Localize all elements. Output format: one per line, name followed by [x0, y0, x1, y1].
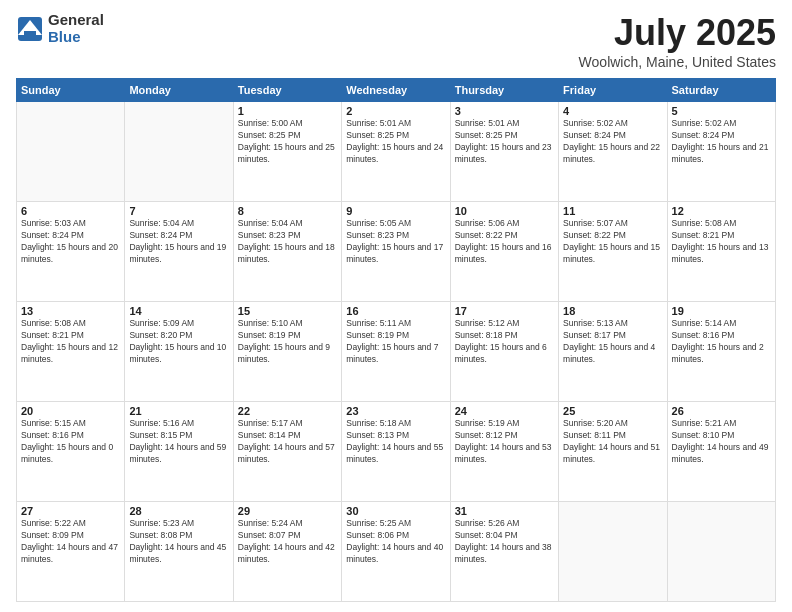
- day-cell: 9Sunrise: 5:05 AM Sunset: 8:23 PM Daylig…: [342, 202, 450, 302]
- week-row-4: 27Sunrise: 5:22 AM Sunset: 8:09 PM Dayli…: [17, 502, 776, 602]
- day-cell: 6Sunrise: 5:03 AM Sunset: 8:24 PM Daylig…: [17, 202, 125, 302]
- day-cell: 26Sunrise: 5:21 AM Sunset: 8:10 PM Dayli…: [667, 402, 775, 502]
- header-cell-wednesday: Wednesday: [342, 79, 450, 102]
- day-info: Sunrise: 5:08 AM Sunset: 8:21 PM Dayligh…: [672, 218, 771, 266]
- day-cell: 4Sunrise: 5:02 AM Sunset: 8:24 PM Daylig…: [559, 102, 667, 202]
- day-info: Sunrise: 5:10 AM Sunset: 8:19 PM Dayligh…: [238, 318, 337, 366]
- day-number: 9: [346, 205, 445, 217]
- day-number: 29: [238, 505, 337, 517]
- header: General Blue July 2025 Woolwich, Maine, …: [16, 12, 776, 70]
- day-cell: [559, 502, 667, 602]
- header-cell-sunday: Sunday: [17, 79, 125, 102]
- week-row-3: 20Sunrise: 5:15 AM Sunset: 8:16 PM Dayli…: [17, 402, 776, 502]
- day-number: 26: [672, 405, 771, 417]
- day-cell: 18Sunrise: 5:13 AM Sunset: 8:17 PM Dayli…: [559, 302, 667, 402]
- day-info: Sunrise: 5:22 AM Sunset: 8:09 PM Dayligh…: [21, 518, 120, 566]
- day-info: Sunrise: 5:25 AM Sunset: 8:06 PM Dayligh…: [346, 518, 445, 566]
- day-info: Sunrise: 5:03 AM Sunset: 8:24 PM Dayligh…: [21, 218, 120, 266]
- header-cell-thursday: Thursday: [450, 79, 558, 102]
- day-info: Sunrise: 5:13 AM Sunset: 8:17 PM Dayligh…: [563, 318, 662, 366]
- day-number: 1: [238, 105, 337, 117]
- header-cell-tuesday: Tuesday: [233, 79, 341, 102]
- day-number: 4: [563, 105, 662, 117]
- day-info: Sunrise: 5:01 AM Sunset: 8:25 PM Dayligh…: [346, 118, 445, 166]
- day-cell: [17, 102, 125, 202]
- day-cell: [125, 102, 233, 202]
- title-block: July 2025 Woolwich, Maine, United States: [579, 12, 776, 70]
- day-number: 14: [129, 305, 228, 317]
- week-row-0: 1Sunrise: 5:00 AM Sunset: 8:25 PM Daylig…: [17, 102, 776, 202]
- day-cell: 13Sunrise: 5:08 AM Sunset: 8:21 PM Dayli…: [17, 302, 125, 402]
- day-cell: 5Sunrise: 5:02 AM Sunset: 8:24 PM Daylig…: [667, 102, 775, 202]
- day-info: Sunrise: 5:01 AM Sunset: 8:25 PM Dayligh…: [455, 118, 554, 166]
- day-cell: 17Sunrise: 5:12 AM Sunset: 8:18 PM Dayli…: [450, 302, 558, 402]
- day-info: Sunrise: 5:02 AM Sunset: 8:24 PM Dayligh…: [563, 118, 662, 166]
- day-cell: 15Sunrise: 5:10 AM Sunset: 8:19 PM Dayli…: [233, 302, 341, 402]
- day-number: 20: [21, 405, 120, 417]
- week-row-2: 13Sunrise: 5:08 AM Sunset: 8:21 PM Dayli…: [17, 302, 776, 402]
- day-info: Sunrise: 5:21 AM Sunset: 8:10 PM Dayligh…: [672, 418, 771, 466]
- day-number: 22: [238, 405, 337, 417]
- logo-general: General: [48, 12, 104, 29]
- day-number: 10: [455, 205, 554, 217]
- day-cell: 1Sunrise: 5:00 AM Sunset: 8:25 PM Daylig…: [233, 102, 341, 202]
- day-cell: 20Sunrise: 5:15 AM Sunset: 8:16 PM Dayli…: [17, 402, 125, 502]
- day-cell: 16Sunrise: 5:11 AM Sunset: 8:19 PM Dayli…: [342, 302, 450, 402]
- day-info: Sunrise: 5:23 AM Sunset: 8:08 PM Dayligh…: [129, 518, 228, 566]
- day-cell: 24Sunrise: 5:19 AM Sunset: 8:12 PM Dayli…: [450, 402, 558, 502]
- day-info: Sunrise: 5:04 AM Sunset: 8:24 PM Dayligh…: [129, 218, 228, 266]
- day-cell: 29Sunrise: 5:24 AM Sunset: 8:07 PM Dayli…: [233, 502, 341, 602]
- day-number: 15: [238, 305, 337, 317]
- day-cell: 28Sunrise: 5:23 AM Sunset: 8:08 PM Dayli…: [125, 502, 233, 602]
- day-cell: [667, 502, 775, 602]
- day-cell: 30Sunrise: 5:25 AM Sunset: 8:06 PM Dayli…: [342, 502, 450, 602]
- logo-icon: [16, 15, 44, 43]
- day-info: Sunrise: 5:26 AM Sunset: 8:04 PM Dayligh…: [455, 518, 554, 566]
- day-number: 19: [672, 305, 771, 317]
- day-cell: 23Sunrise: 5:18 AM Sunset: 8:13 PM Dayli…: [342, 402, 450, 502]
- day-number: 6: [21, 205, 120, 217]
- header-cell-saturday: Saturday: [667, 79, 775, 102]
- day-info: Sunrise: 5:12 AM Sunset: 8:18 PM Dayligh…: [455, 318, 554, 366]
- day-cell: 31Sunrise: 5:26 AM Sunset: 8:04 PM Dayli…: [450, 502, 558, 602]
- day-info: Sunrise: 5:00 AM Sunset: 8:25 PM Dayligh…: [238, 118, 337, 166]
- day-number: 5: [672, 105, 771, 117]
- day-cell: 11Sunrise: 5:07 AM Sunset: 8:22 PM Dayli…: [559, 202, 667, 302]
- day-number: 25: [563, 405, 662, 417]
- day-cell: 21Sunrise: 5:16 AM Sunset: 8:15 PM Dayli…: [125, 402, 233, 502]
- day-cell: 22Sunrise: 5:17 AM Sunset: 8:14 PM Dayli…: [233, 402, 341, 502]
- day-cell: 12Sunrise: 5:08 AM Sunset: 8:21 PM Dayli…: [667, 202, 775, 302]
- day-info: Sunrise: 5:04 AM Sunset: 8:23 PM Dayligh…: [238, 218, 337, 266]
- day-info: Sunrise: 5:08 AM Sunset: 8:21 PM Dayligh…: [21, 318, 120, 366]
- page: General Blue July 2025 Woolwich, Maine, …: [0, 0, 792, 612]
- day-number: 27: [21, 505, 120, 517]
- week-row-1: 6Sunrise: 5:03 AM Sunset: 8:24 PM Daylig…: [17, 202, 776, 302]
- day-info: Sunrise: 5:14 AM Sunset: 8:16 PM Dayligh…: [672, 318, 771, 366]
- day-number: 30: [346, 505, 445, 517]
- day-number: 7: [129, 205, 228, 217]
- header-row: SundayMondayTuesdayWednesdayThursdayFrid…: [17, 79, 776, 102]
- day-info: Sunrise: 5:16 AM Sunset: 8:15 PM Dayligh…: [129, 418, 228, 466]
- day-number: 31: [455, 505, 554, 517]
- calendar-header: SundayMondayTuesdayWednesdayThursdayFrid…: [17, 79, 776, 102]
- day-cell: 19Sunrise: 5:14 AM Sunset: 8:16 PM Dayli…: [667, 302, 775, 402]
- day-number: 17: [455, 305, 554, 317]
- main-title: July 2025: [579, 12, 776, 54]
- logo-text: General Blue: [48, 12, 104, 45]
- day-info: Sunrise: 5:06 AM Sunset: 8:22 PM Dayligh…: [455, 218, 554, 266]
- day-number: 11: [563, 205, 662, 217]
- day-number: 16: [346, 305, 445, 317]
- day-number: 3: [455, 105, 554, 117]
- day-cell: 7Sunrise: 5:04 AM Sunset: 8:24 PM Daylig…: [125, 202, 233, 302]
- logo-blue: Blue: [48, 29, 104, 46]
- day-info: Sunrise: 5:11 AM Sunset: 8:19 PM Dayligh…: [346, 318, 445, 366]
- day-info: Sunrise: 5:19 AM Sunset: 8:12 PM Dayligh…: [455, 418, 554, 466]
- day-number: 23: [346, 405, 445, 417]
- svg-rect-2: [24, 31, 36, 39]
- day-info: Sunrise: 5:15 AM Sunset: 8:16 PM Dayligh…: [21, 418, 120, 466]
- day-cell: 8Sunrise: 5:04 AM Sunset: 8:23 PM Daylig…: [233, 202, 341, 302]
- day-info: Sunrise: 5:18 AM Sunset: 8:13 PM Dayligh…: [346, 418, 445, 466]
- day-number: 24: [455, 405, 554, 417]
- calendar-table: SundayMondayTuesdayWednesdayThursdayFrid…: [16, 78, 776, 602]
- logo: General Blue: [16, 12, 104, 45]
